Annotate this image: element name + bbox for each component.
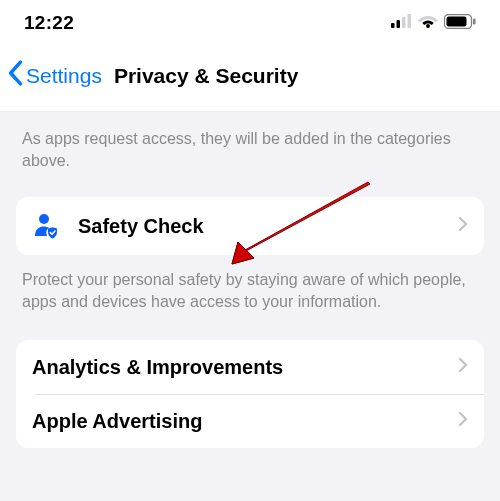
chevron-right-icon [458, 357, 468, 377]
analytics-group: Analytics & Improvements Apple Advertisi… [16, 340, 484, 448]
analytics-row[interactable]: Analytics & Improvements [16, 340, 484, 394]
battery-icon [444, 14, 476, 33]
svg-rect-6 [447, 16, 467, 26]
svg-rect-1 [397, 20, 401, 28]
status-time: 12:22 [24, 12, 74, 34]
svg-rect-3 [408, 14, 412, 28]
content-area: As apps request access, they will be add… [0, 112, 500, 448]
svg-point-8 [39, 214, 49, 224]
status-icons [391, 14, 476, 33]
chevron-right-icon [458, 216, 468, 236]
svg-rect-7 [473, 18, 476, 24]
safety-check-group: Safety Check [16, 197, 484, 255]
svg-rect-2 [402, 17, 406, 28]
safety-check-icon [32, 212, 64, 240]
analytics-label: Analytics & Improvements [32, 356, 458, 379]
wifi-icon [418, 14, 438, 32]
page-title: Privacy & Security [114, 64, 298, 88]
svg-rect-0 [391, 23, 395, 28]
chevron-right-icon [458, 411, 468, 431]
status-bar: 12:22 [0, 0, 500, 42]
safety-check-label: Safety Check [78, 215, 458, 238]
navigation-bar: Settings Privacy & Security [0, 42, 500, 112]
chevron-left-icon [6, 60, 24, 91]
advertising-label: Apple Advertising [32, 410, 458, 433]
back-label: Settings [26, 64, 102, 88]
section-footer-access: As apps request access, they will be add… [0, 112, 500, 197]
section-footer-safety: Protect your personal safety by staying … [0, 255, 500, 326]
safety-check-row[interactable]: Safety Check [16, 197, 484, 255]
svg-point-4 [426, 24, 430, 28]
advertising-row[interactable]: Apple Advertising [16, 394, 484, 448]
back-button[interactable]: Settings [6, 60, 102, 91]
cellular-icon [391, 14, 412, 32]
